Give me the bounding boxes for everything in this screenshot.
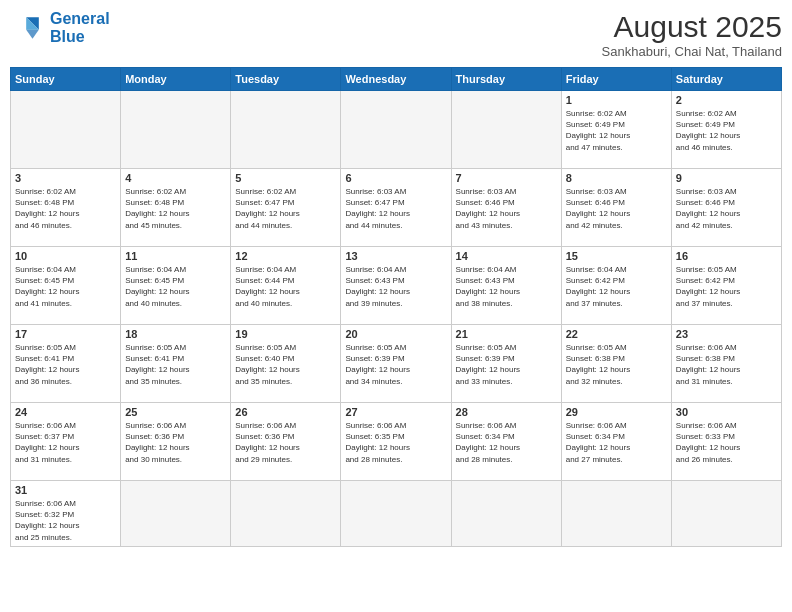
calendar-cell: 17Sunrise: 6:05 AM Sunset: 6:41 PM Dayli… [11, 325, 121, 403]
day-info: Sunrise: 6:06 AM Sunset: 6:34 PM Dayligh… [566, 420, 667, 465]
calendar-cell: 6Sunrise: 6:03 AM Sunset: 6:47 PM Daylig… [341, 169, 451, 247]
day-number: 26 [235, 406, 336, 418]
calendar-cell [451, 91, 561, 169]
day-info: Sunrise: 6:06 AM Sunset: 6:35 PM Dayligh… [345, 420, 446, 465]
day-info: Sunrise: 6:03 AM Sunset: 6:46 PM Dayligh… [566, 186, 667, 231]
calendar-cell [11, 91, 121, 169]
day-info: Sunrise: 6:02 AM Sunset: 6:49 PM Dayligh… [676, 108, 777, 153]
weekday-thursday: Thursday [451, 68, 561, 91]
calendar-cell: 22Sunrise: 6:05 AM Sunset: 6:38 PM Dayli… [561, 325, 671, 403]
calendar-week-row: 3Sunrise: 6:02 AM Sunset: 6:48 PM Daylig… [11, 169, 782, 247]
calendar-cell: 31Sunrise: 6:06 AM Sunset: 6:32 PM Dayli… [11, 481, 121, 547]
day-info: Sunrise: 6:02 AM Sunset: 6:48 PM Dayligh… [125, 186, 226, 231]
day-number: 13 [345, 250, 446, 262]
calendar-cell: 5Sunrise: 6:02 AM Sunset: 6:47 PM Daylig… [231, 169, 341, 247]
calendar-cell [121, 91, 231, 169]
day-number: 6 [345, 172, 446, 184]
logo-icon [10, 10, 46, 46]
day-info: Sunrise: 6:04 AM Sunset: 6:44 PM Dayligh… [235, 264, 336, 309]
day-number: 27 [345, 406, 446, 418]
day-info: Sunrise: 6:05 AM Sunset: 6:39 PM Dayligh… [456, 342, 557, 387]
logo-blue: Blue [50, 28, 85, 45]
day-number: 15 [566, 250, 667, 262]
calendar-cell [671, 481, 781, 547]
day-info: Sunrise: 6:04 AM Sunset: 6:43 PM Dayligh… [456, 264, 557, 309]
calendar-cell [341, 481, 451, 547]
calendar-cell: 28Sunrise: 6:06 AM Sunset: 6:34 PM Dayli… [451, 403, 561, 481]
calendar-cell: 30Sunrise: 6:06 AM Sunset: 6:33 PM Dayli… [671, 403, 781, 481]
page: General Blue August 2025 Sankhaburi, Cha… [0, 0, 792, 612]
day-number: 20 [345, 328, 446, 340]
calendar-cell: 10Sunrise: 6:04 AM Sunset: 6:45 PM Dayli… [11, 247, 121, 325]
calendar-cell: 2Sunrise: 6:02 AM Sunset: 6:49 PM Daylig… [671, 91, 781, 169]
calendar-week-row: 10Sunrise: 6:04 AM Sunset: 6:45 PM Dayli… [11, 247, 782, 325]
logo: General Blue [10, 10, 110, 46]
day-number: 16 [676, 250, 777, 262]
calendar-cell: 27Sunrise: 6:06 AM Sunset: 6:35 PM Dayli… [341, 403, 451, 481]
day-info: Sunrise: 6:06 AM Sunset: 6:33 PM Dayligh… [676, 420, 777, 465]
calendar-cell: 4Sunrise: 6:02 AM Sunset: 6:48 PM Daylig… [121, 169, 231, 247]
calendar-cell [341, 91, 451, 169]
day-info: Sunrise: 6:02 AM Sunset: 6:48 PM Dayligh… [15, 186, 116, 231]
calendar-cell: 24Sunrise: 6:06 AM Sunset: 6:37 PM Dayli… [11, 403, 121, 481]
calendar-cell: 19Sunrise: 6:05 AM Sunset: 6:40 PM Dayli… [231, 325, 341, 403]
day-number: 28 [456, 406, 557, 418]
day-number: 31 [15, 484, 116, 496]
calendar-cell [121, 481, 231, 547]
weekday-monday: Monday [121, 68, 231, 91]
calendar-week-row: 1Sunrise: 6:02 AM Sunset: 6:49 PM Daylig… [11, 91, 782, 169]
calendar-cell: 9Sunrise: 6:03 AM Sunset: 6:46 PM Daylig… [671, 169, 781, 247]
day-number: 2 [676, 94, 777, 106]
calendar-week-row: 24Sunrise: 6:06 AM Sunset: 6:37 PM Dayli… [11, 403, 782, 481]
calendar-cell: 20Sunrise: 6:05 AM Sunset: 6:39 PM Dayli… [341, 325, 451, 403]
day-info: Sunrise: 6:05 AM Sunset: 6:42 PM Dayligh… [676, 264, 777, 309]
day-info: Sunrise: 6:05 AM Sunset: 6:40 PM Dayligh… [235, 342, 336, 387]
day-number: 30 [676, 406, 777, 418]
calendar-cell [451, 481, 561, 547]
day-info: Sunrise: 6:03 AM Sunset: 6:46 PM Dayligh… [676, 186, 777, 231]
day-info: Sunrise: 6:06 AM Sunset: 6:36 PM Dayligh… [125, 420, 226, 465]
calendar-cell: 26Sunrise: 6:06 AM Sunset: 6:36 PM Dayli… [231, 403, 341, 481]
calendar-week-row: 17Sunrise: 6:05 AM Sunset: 6:41 PM Dayli… [11, 325, 782, 403]
calendar-cell: 3Sunrise: 6:02 AM Sunset: 6:48 PM Daylig… [11, 169, 121, 247]
weekday-header-row: SundayMondayTuesdayWednesdayThursdayFrid… [11, 68, 782, 91]
day-number: 10 [15, 250, 116, 262]
calendar-cell: 16Sunrise: 6:05 AM Sunset: 6:42 PM Dayli… [671, 247, 781, 325]
calendar-cell: 12Sunrise: 6:04 AM Sunset: 6:44 PM Dayli… [231, 247, 341, 325]
calendar-week-row: 31Sunrise: 6:06 AM Sunset: 6:32 PM Dayli… [11, 481, 782, 547]
calendar-cell [231, 91, 341, 169]
day-info: Sunrise: 6:03 AM Sunset: 6:46 PM Dayligh… [456, 186, 557, 231]
weekday-friday: Friday [561, 68, 671, 91]
weekday-tuesday: Tuesday [231, 68, 341, 91]
day-info: Sunrise: 6:06 AM Sunset: 6:36 PM Dayligh… [235, 420, 336, 465]
day-info: Sunrise: 6:04 AM Sunset: 6:42 PM Dayligh… [566, 264, 667, 309]
day-info: Sunrise: 6:02 AM Sunset: 6:49 PM Dayligh… [566, 108, 667, 153]
day-number: 8 [566, 172, 667, 184]
day-number: 22 [566, 328, 667, 340]
calendar-cell: 23Sunrise: 6:06 AM Sunset: 6:38 PM Dayli… [671, 325, 781, 403]
calendar-cell: 1Sunrise: 6:02 AM Sunset: 6:49 PM Daylig… [561, 91, 671, 169]
weekday-sunday: Sunday [11, 68, 121, 91]
location: Sankhaburi, Chai Nat, Thailand [602, 44, 782, 59]
calendar-table: SundayMondayTuesdayWednesdayThursdayFrid… [10, 67, 782, 547]
day-number: 12 [235, 250, 336, 262]
title-block: August 2025 Sankhaburi, Chai Nat, Thaila… [602, 10, 782, 59]
day-info: Sunrise: 6:06 AM Sunset: 6:37 PM Dayligh… [15, 420, 116, 465]
day-info: Sunrise: 6:04 AM Sunset: 6:43 PM Dayligh… [345, 264, 446, 309]
day-number: 29 [566, 406, 667, 418]
calendar-cell: 13Sunrise: 6:04 AM Sunset: 6:43 PM Dayli… [341, 247, 451, 325]
day-number: 9 [676, 172, 777, 184]
day-number: 17 [15, 328, 116, 340]
calendar-cell: 25Sunrise: 6:06 AM Sunset: 6:36 PM Dayli… [121, 403, 231, 481]
logo-text: General Blue [50, 10, 110, 45]
weekday-wednesday: Wednesday [341, 68, 451, 91]
logo-general: General [50, 10, 110, 27]
day-info: Sunrise: 6:06 AM Sunset: 6:38 PM Dayligh… [676, 342, 777, 387]
calendar-cell: 29Sunrise: 6:06 AM Sunset: 6:34 PM Dayli… [561, 403, 671, 481]
calendar-cell: 18Sunrise: 6:05 AM Sunset: 6:41 PM Dayli… [121, 325, 231, 403]
day-number: 24 [15, 406, 116, 418]
day-info: Sunrise: 6:05 AM Sunset: 6:39 PM Dayligh… [345, 342, 446, 387]
calendar-cell: 7Sunrise: 6:03 AM Sunset: 6:46 PM Daylig… [451, 169, 561, 247]
calendar-cell: 8Sunrise: 6:03 AM Sunset: 6:46 PM Daylig… [561, 169, 671, 247]
day-info: Sunrise: 6:06 AM Sunset: 6:34 PM Dayligh… [456, 420, 557, 465]
